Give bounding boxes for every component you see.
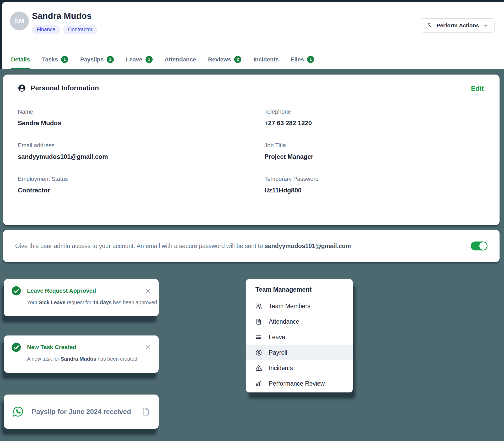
close-icon[interactable] [144,287,151,294]
toast-message: A new task for Sandra Mudos has been cre… [27,356,151,362]
field-employment-status: Employment Status Contractor [18,176,264,194]
chevron-down-icon [483,23,489,28]
toast-text-strong: Sick Leave [39,300,65,305]
magic-wand-icon [427,23,433,29]
menu-item-performance-review[interactable]: Performance Review [246,376,353,391]
perform-actions-button[interactable]: Perform Actions [421,18,495,33]
toast-new-task-created: New Task Created A new task for Sandra M… [4,335,159,373]
menu-item-label: Performance Review [269,380,325,387]
window-frame-left [0,0,2,69]
employment-type-badge: Contractor [63,25,97,34]
field-name: Name Sandra Mudos [18,108,264,127]
tab-label: Attendance [165,56,196,63]
tab-bar: Details Tasks 1 Payslips 3 Leave 1 Atten… [11,56,314,69]
admin-access-email: sandyymudos101@gmail.com [265,243,351,249]
tab-tasks[interactable]: Tasks 1 [42,56,68,69]
menu-title: Team Management [255,286,343,293]
tab-count-badge: 2 [234,56,241,63]
personal-information-header: Personal Information [18,84,485,92]
tab-incidents[interactable]: Incidents [253,56,279,69]
toast-text: Your [27,300,39,305]
menu-item-attendance[interactable]: Attendance [246,314,353,329]
employee-name: Sandra Mudos [32,11,92,21]
menu-item-label: Leave [269,334,285,341]
team-management-menu: Team Management Team Members Attendance [246,279,353,392]
menu-item-incidents[interactable]: Incidents [246,360,353,376]
menu-item-label: Team Members [269,303,310,310]
badge-row: Finance Contractor [32,25,97,34]
payroll-icon [255,349,262,356]
field-value: sandyymudos101@gmail.com [18,153,264,160]
field-email: Email address sandyymudos101@gmail.com [18,142,264,160]
window-frame-top [0,0,504,2]
personal-information-card: Personal Information Edit Name Sandra Mu… [3,75,500,225]
field-label: Telephone [264,108,485,115]
profile-header: SM Sandra Mudos Finance Contractor Perfo… [2,2,504,69]
field-label: Email address [18,142,264,149]
field-value: Sandra Mudos [18,119,264,127]
tab-label: Reviews [208,56,231,63]
avatar-initials: SM [14,17,25,25]
department-badge: Finance [32,25,60,34]
tab-count-badge: 1 [146,56,153,63]
field-label: Name [18,108,264,115]
toast-text-strong: 14 days [93,300,112,305]
menu-item-label: Payroll [269,349,287,356]
tab-files[interactable]: Files 1 [291,56,314,69]
field-value: Contractor [18,187,264,194]
file-icon[interactable] [141,407,150,416]
tab-payslips[interactable]: Payslips 3 [80,56,114,69]
section-title: Personal Information [31,84,99,92]
perform-actions-label: Perform Actions [436,22,479,29]
tab-count-badge: 3 [107,56,114,63]
toast-text: has been created [96,356,137,362]
tab-leave[interactable]: Leave 1 [126,56,152,69]
field-label: Job Title [264,142,485,149]
toast-title: New Task Created [27,344,76,351]
tab-label: Files [291,56,304,63]
tab-label: Incidents [253,56,279,63]
field-temporary-password: Temporary Password Uz11Hdg800 [264,176,485,194]
menu-item-label: Incidents [269,365,293,372]
tab-reviews[interactable]: Reviews 2 [208,56,241,69]
toast-text: has been approved [112,300,157,305]
field-value: Project Manager [264,153,485,160]
avatar: SM [10,12,29,30]
check-circle-icon [11,286,21,296]
edit-link[interactable]: Edit [471,85,484,93]
field-label: Temporary Password [264,176,485,182]
tab-count-badge: 1 [307,56,314,63]
toast-message: Your Sick Leave request for 14 days has … [27,300,151,306]
toast-leave-request-approved: Leave Request Approved Your Sick Leave r… [4,279,159,316]
menu-item-leave[interactable]: Leave [246,329,353,345]
toast-header: Leave Request Approved [11,286,151,296]
payslip-notification-card: Payslip for June 2024 received [4,395,159,429]
admin-access-toggle[interactable] [471,242,487,250]
menu-item-team-members[interactable]: Team Members [246,298,353,314]
admin-access-card: Give this user admin access to your acco… [3,230,500,262]
attendance-icon [255,318,262,325]
close-icon[interactable] [144,344,151,351]
toast-text: request for [65,300,93,305]
toast-text: A new task for [27,356,61,362]
tab-label: Details [11,56,30,63]
tab-label: Leave [126,56,142,63]
employee-profile-page: SM Sandra Mudos Finance Contractor Perfo… [0,0,504,441]
leave-icon [255,334,262,340]
toast-text-strong: Sandra Mudos [61,356,96,362]
tab-details[interactable]: Details [11,56,30,69]
tab-attendance[interactable]: Attendance [165,56,196,69]
field-label: Employment Status [18,176,264,182]
field-telephone: Telephone +27 63 282 1220 [264,108,485,127]
toast-header: New Task Created [11,342,151,352]
toggle-knob [479,242,487,250]
team-members-icon [255,303,262,309]
tab-label: Payslips [80,56,104,63]
field-value: Uz11Hdg800 [264,187,485,194]
admin-access-text: Give this user admin access to your acco… [15,243,351,250]
person-circle-icon [18,84,26,92]
menu-item-payroll[interactable]: Payroll [246,345,353,360]
performance-review-icon [255,380,262,387]
tab-count-badge: 1 [61,56,68,63]
tab-label: Tasks [42,56,58,63]
